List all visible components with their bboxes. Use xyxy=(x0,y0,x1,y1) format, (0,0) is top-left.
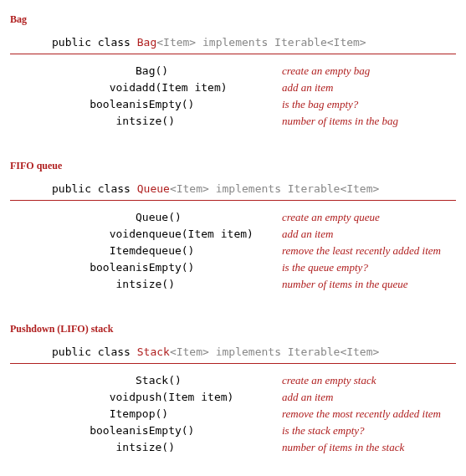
method-signature: dequeue() xyxy=(136,243,282,259)
method-signature: size() xyxy=(136,439,282,456)
method-row: booleanisEmpty()is the queue empty? xyxy=(10,259,456,276)
class-generic: <Item> xyxy=(156,36,196,49)
method-signature: enqueue(Item item) xyxy=(136,226,282,243)
method-description: is the bag empty? xyxy=(282,96,456,113)
method-description: is the queue empty? xyxy=(282,259,456,276)
method-signature: Stack() xyxy=(136,372,282,389)
return-type: int xyxy=(10,439,136,456)
class-generic: <Item> xyxy=(170,182,209,195)
method-signature: isEmpty() xyxy=(136,96,282,113)
method-row: Stack()create an empty stack xyxy=(10,372,456,389)
method-description: add an item xyxy=(282,226,456,243)
return-type: Item xyxy=(10,243,136,259)
method-signature: isEmpty() xyxy=(136,422,282,439)
method-row: intsize()number of items in the stack xyxy=(10,439,456,456)
section-title: Bag xyxy=(10,13,456,26)
class-name: Stack xyxy=(137,345,170,358)
method-row: voidpush(Item item)add an item xyxy=(10,389,456,406)
method-description: remove the most recently added item xyxy=(282,406,456,422)
method-description: number of items in the queue xyxy=(282,276,456,293)
method-description: number of items in the stack xyxy=(282,439,456,456)
method-row: Queue()create an empty queue xyxy=(10,209,456,226)
return-type: boolean xyxy=(10,259,136,276)
return-type: int xyxy=(10,113,136,130)
method-description: number of items in the bag xyxy=(282,113,456,130)
api-section-queue: FIFO queue public class Queue<Item> impl… xyxy=(10,160,456,293)
method-signature: size() xyxy=(136,113,282,130)
class-prefix: public class xyxy=(52,36,137,49)
return-type: void xyxy=(10,79,136,96)
return-type xyxy=(10,372,136,389)
section-title: Pushdown (LIFO) stack xyxy=(10,323,456,335)
class-declaration: public class Bag<Item> implements Iterab… xyxy=(10,36,456,54)
method-description: add an item xyxy=(282,79,456,96)
method-description: create an empty queue xyxy=(282,209,456,226)
method-signature: isEmpty() xyxy=(136,259,282,276)
return-type xyxy=(10,209,136,226)
method-row: Itemdequeue()remove the least recently a… xyxy=(10,243,456,259)
method-signature: Queue() xyxy=(136,209,282,226)
class-name: Bag xyxy=(137,36,156,49)
method-table: Stack()create an empty stack voidpush(It… xyxy=(10,372,456,456)
method-table: Queue()create an empty queue voidenqueue… xyxy=(10,209,456,293)
method-description: create an empty bag xyxy=(282,63,456,79)
method-signature: pop() xyxy=(136,406,282,422)
return-type xyxy=(10,63,136,79)
class-declaration: public class Queue<Item> implements Iter… xyxy=(10,182,456,201)
return-type: void xyxy=(10,226,136,243)
class-implements: implements Iterable<Item> xyxy=(196,36,366,49)
method-row: Itempop()remove the most recently added … xyxy=(10,406,456,422)
method-row: voidadd(Item item)add an item xyxy=(10,79,456,96)
return-type: Item xyxy=(10,406,136,422)
return-type: boolean xyxy=(10,96,136,113)
method-row: Bag()create an empty bag xyxy=(10,63,456,79)
method-row: booleanisEmpty()is the stack empty? xyxy=(10,422,456,439)
method-row: intsize()number of items in the queue xyxy=(10,276,456,293)
class-name: Queue xyxy=(137,182,170,195)
method-signature: size() xyxy=(136,276,282,293)
method-signature: Bag() xyxy=(136,63,282,79)
class-generic: <Item> xyxy=(170,345,209,358)
method-row: voidenqueue(Item item)add an item xyxy=(10,226,456,243)
class-implements: implements Iterable<Item> xyxy=(209,345,380,358)
api-section-bag: Bag public class Bag<Item> implements It… xyxy=(10,13,456,130)
method-description: create an empty stack xyxy=(282,372,456,389)
return-type: void xyxy=(10,389,136,406)
api-section-stack: Pushdown (LIFO) stack public class Stack… xyxy=(10,323,456,456)
method-signature: add(Item item) xyxy=(136,79,282,96)
class-declaration: public class Stack<Item> implements Iter… xyxy=(10,345,456,364)
return-type: int xyxy=(10,276,136,293)
method-description: add an item xyxy=(282,389,456,406)
class-prefix: public class xyxy=(52,345,137,358)
class-implements: implements Iterable<Item> xyxy=(209,182,380,195)
method-description: is the stack empty? xyxy=(282,422,456,439)
method-table: Bag()create an empty bag voidadd(Item it… xyxy=(10,63,456,130)
method-row: booleanisEmpty()is the bag empty? xyxy=(10,96,456,113)
class-prefix: public class xyxy=(52,182,137,195)
section-title: FIFO queue xyxy=(10,160,456,172)
method-row: intsize()number of items in the bag xyxy=(10,113,456,130)
method-description: remove the least recently added item xyxy=(282,243,456,259)
method-signature: push(Item item) xyxy=(136,389,282,406)
return-type: boolean xyxy=(10,422,136,439)
